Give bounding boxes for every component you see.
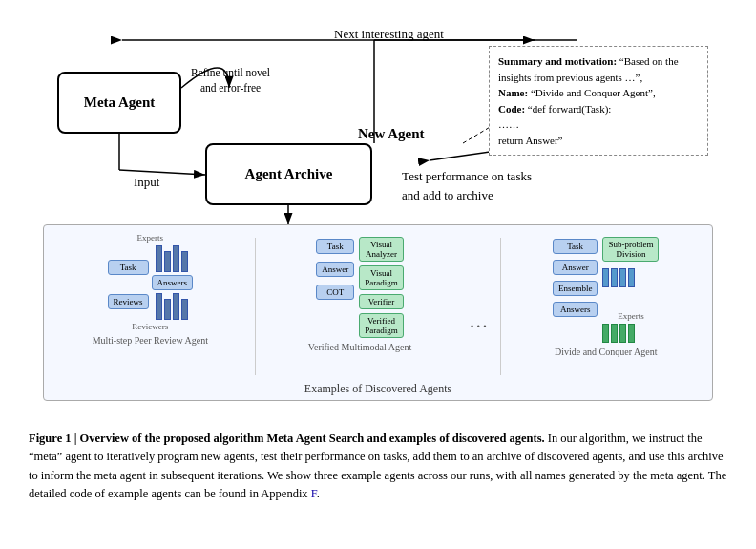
refine-label: Refine until noveland error-free (191, 65, 270, 95)
caption-bold: Overview of the proposed algorithm Meta … (80, 432, 545, 445)
task-box-3: Task (553, 239, 598, 254)
divider-2 (500, 238, 501, 375)
verifier-box: Verifier (359, 294, 404, 309)
answer-box-2: Answer (316, 262, 354, 277)
rbar2 (164, 299, 171, 320)
cot-box: COT (316, 285, 354, 300)
divide-conquer-top-row: Task Answer Ensemble Answers Sub-problem… (553, 237, 660, 343)
input-label: Input (134, 175, 159, 190)
caption-fig-label: Figure 1 | (29, 432, 76, 445)
experts-label-1: Experts (137, 233, 164, 243)
figure-caption: Figure 1 | Overview of the proposed algo… (29, 430, 727, 504)
ensemble-box: Ensemble (553, 281, 598, 296)
dc-bars-top (602, 268, 659, 287)
meta-agent-box: Meta Agent (57, 72, 181, 134)
dcgbar3 (620, 324, 626, 343)
experts-bars (156, 245, 188, 272)
agent-title-1: Multi-step Peer Review Agent (93, 335, 208, 346)
ellipsis: … (469, 282, 488, 332)
dcbar3 (620, 268, 626, 287)
agent-title-2: Verified Multimodal Agent (308, 342, 411, 352)
dcgbar1 (602, 324, 609, 343)
answers-box-3: Answers (553, 302, 598, 317)
subproblem-box: Sub-problemDivision (602, 237, 659, 262)
reviews-box: Reviews (108, 294, 149, 309)
divide-conquer-right-col: Sub-problemDivision Experts (602, 237, 659, 343)
agent-archive-box: Agent Archive (205, 143, 372, 205)
visual-paradigm-box: VisualParadigm (359, 265, 404, 290)
peer-review-top-row: Task Reviews Answers (108, 245, 194, 320)
task-box-1: Task (108, 260, 149, 275)
multimodal-right-col: VisualAnalyzer VisualParadigm Verifier V… (359, 237, 404, 338)
bar4 (181, 251, 188, 272)
examples-container: Experts Task Reviews An (43, 224, 713, 401)
svg-line-5 (430, 151, 496, 160)
top-arrow-label: Next interesting agent (334, 27, 444, 42)
rbar3 (173, 293, 179, 320)
reviewers-label: Reviewers (132, 322, 168, 331)
agent-diagram-peer-review: Experts Task Reviews An (53, 233, 247, 380)
test-perf-label: Test performance on tasks and add to arc… (402, 167, 532, 204)
divider-1 (255, 238, 256, 375)
bar3 (173, 245, 179, 272)
dcbar1 (602, 268, 609, 287)
agent-title-3: Divide and Conquer Agent (555, 347, 657, 357)
summary-box: Summary and motivation: “Based on the in… (489, 46, 708, 156)
experts-label-3: Experts (602, 311, 659, 321)
bar2 (164, 251, 171, 272)
diagram-area: Next interesting agent (29, 19, 727, 420)
answers-box-1: Answers (152, 275, 194, 290)
peer-review-center-col: Answers (152, 245, 194, 320)
rbar4 (181, 299, 188, 320)
rbar1 (156, 293, 162, 320)
caption-end: . (317, 487, 320, 500)
dcgbar2 (611, 324, 618, 343)
examples-inner: Experts Task Reviews An (44, 225, 712, 382)
dcgbar4 (628, 324, 635, 343)
dcbar4 (628, 268, 635, 287)
reviewers-bars (156, 293, 188, 320)
svg-line-4 (119, 170, 205, 175)
peer-review-left-col: Task Reviews (108, 260, 149, 309)
agent-diagram-divide-conquer: Task Answer Ensemble Answers Sub-problem… (509, 233, 703, 380)
verified-paradigm-box: VerifiedParadigm (359, 313, 404, 338)
bar1 (156, 245, 162, 272)
dc-bars-bottom (602, 324, 659, 343)
divide-conquer-left-col: Task Answer Ensemble Answers (553, 239, 598, 317)
new-agent-label: New Agent (358, 126, 425, 142)
multimodal-top-row: Task Answer COT VisualAnalyzer VisualPar… (316, 237, 404, 338)
dcbar2 (611, 268, 618, 287)
examples-section-label: Examples of Discovered Agents (304, 382, 452, 396)
agent-diagram-multimodal: Task Answer COT VisualAnalyzer VisualPar… (263, 233, 457, 380)
task-box-2: Task (316, 239, 354, 254)
multimodal-left-col: Task Answer COT (316, 239, 354, 300)
visual-analyzer-box: VisualAnalyzer (359, 237, 404, 262)
answer-box-3: Answer (553, 260, 598, 275)
